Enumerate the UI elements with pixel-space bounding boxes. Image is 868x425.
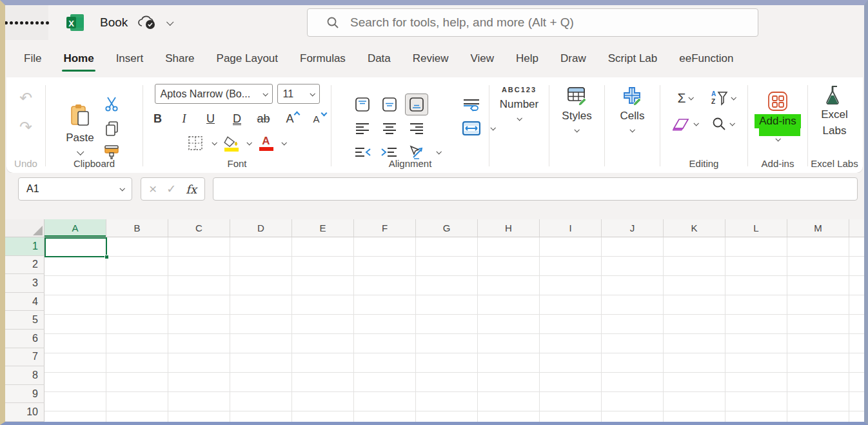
column-header-m[interactable]: M xyxy=(787,219,849,237)
autosum-button[interactable]: Σ xyxy=(667,85,704,111)
column-header-e[interactable]: E xyxy=(292,219,354,237)
wrap-text-button[interactable] xyxy=(460,94,482,115)
row-header-6[interactable]: 6 xyxy=(5,330,44,348)
select-all-button[interactable] xyxy=(5,219,44,237)
insert-function-icon[interactable]: fx xyxy=(186,183,197,196)
sort-filter-button[interactable]: A Z xyxy=(704,85,742,111)
tab-data[interactable]: Data xyxy=(357,40,402,77)
undo-button[interactable]: ↶ xyxy=(13,85,39,111)
fill-handle[interactable] xyxy=(104,255,109,259)
row-header-7[interactable]: 7 xyxy=(5,348,44,367)
cancel-icon[interactable]: × xyxy=(149,181,157,197)
tab-home[interactable]: Home xyxy=(52,40,104,77)
tab-review[interactable]: Review xyxy=(402,40,460,77)
tab-file[interactable]: File xyxy=(13,40,52,77)
selected-cell-a1[interactable] xyxy=(44,237,107,257)
number-format-button[interactable]: ABC 123 Number xyxy=(500,86,538,121)
column-header-h[interactable]: H xyxy=(478,219,540,237)
column-header-j[interactable]: J xyxy=(602,219,664,237)
column-header-i[interactable]: I xyxy=(540,219,602,237)
cut-button[interactable] xyxy=(101,94,123,114)
cells-area[interactable] xyxy=(44,237,864,422)
strikethrough-button[interactable]: ab xyxy=(252,108,276,129)
tab-eefunction[interactable]: eeFunction xyxy=(668,40,744,77)
tab-formulas[interactable]: Formulas xyxy=(289,40,357,77)
row-header-2[interactable]: 2 xyxy=(5,256,44,275)
column-header-b[interactable]: B xyxy=(106,219,168,237)
double-underline-button[interactable]: D xyxy=(225,108,250,129)
font-size-select[interactable]: 11 xyxy=(277,84,320,104)
styles-icon xyxy=(566,86,587,105)
copy-button[interactable] xyxy=(101,118,123,139)
align-left-button[interactable] xyxy=(351,117,374,139)
align-left-icon xyxy=(355,122,370,135)
tab-draw[interactable]: Draw xyxy=(549,40,597,77)
addins-button[interactable]: Add-ins xyxy=(755,83,801,141)
formula-input[interactable] xyxy=(220,184,851,195)
font-color-chevron-button[interactable] xyxy=(277,133,290,153)
align-top-button[interactable] xyxy=(351,94,374,115)
confirm-icon[interactable]: ✓ xyxy=(166,182,176,196)
fill-color-button[interactable] xyxy=(222,133,241,153)
align-bottom-button[interactable] xyxy=(405,94,428,115)
align-center-icon xyxy=(382,122,397,135)
row-header-5[interactable]: 5 xyxy=(5,311,44,330)
align-middle-button[interactable] xyxy=(378,94,401,115)
column-header-g[interactable]: G xyxy=(416,219,478,237)
formula-bar: A1 × ✓ fx xyxy=(5,173,864,205)
borders-button[interactable] xyxy=(184,133,206,153)
excel-labs-label-line2: Labs xyxy=(823,123,847,139)
row-header-3[interactable]: 3 xyxy=(5,274,44,293)
align-center-button[interactable] xyxy=(378,117,401,139)
ribbon: ↶ ↷ Undo Paste xyxy=(6,77,863,173)
search-bar[interactable] xyxy=(307,8,758,37)
bold-button[interactable]: B xyxy=(146,108,170,129)
decrease-font-size-button[interactable]: A xyxy=(304,108,329,129)
search-input[interactable] xyxy=(350,15,737,30)
tab-help[interactable]: Help xyxy=(505,40,549,77)
font-name-select[interactable]: Aptos Narrow (Bo... xyxy=(155,84,273,104)
title-chevron-down-icon[interactable] xyxy=(166,19,173,26)
tab-page-layout[interactable]: Page Layout xyxy=(206,40,289,77)
paste-button[interactable]: Paste xyxy=(66,103,94,155)
cells-button[interactable]: Cells xyxy=(620,86,645,132)
column-header-k[interactable]: K xyxy=(664,219,725,237)
tab-script-lab[interactable]: Script Lab xyxy=(597,40,669,77)
font-color-button[interactable]: A xyxy=(257,133,276,153)
formula-input-box[interactable] xyxy=(213,177,858,201)
clear-button[interactable] xyxy=(667,111,704,137)
tab-view[interactable]: View xyxy=(460,40,506,77)
borders-chevron-button[interactable] xyxy=(208,133,221,153)
underline-button[interactable]: U xyxy=(199,108,223,129)
document-title[interactable]: Book xyxy=(100,15,128,30)
row-header-10[interactable]: 10 xyxy=(5,403,44,422)
app-launcher-button[interactable] xyxy=(5,5,48,40)
name-box[interactable]: A1 xyxy=(18,177,132,201)
column-header-c[interactable]: C xyxy=(168,219,230,237)
column-header-a[interactable]: A xyxy=(44,219,106,237)
cloud-saved-icon[interactable] xyxy=(137,15,157,30)
row-header-9[interactable]: 9 xyxy=(5,385,44,404)
merge-center-button[interactable] xyxy=(460,117,482,139)
tab-insert[interactable]: Insert xyxy=(105,40,155,77)
row-header-4[interactable]: 4 xyxy=(5,293,44,311)
column-header-l[interactable]: L xyxy=(725,219,787,237)
123-text: 123 xyxy=(521,86,537,94)
styles-button[interactable]: Styles xyxy=(562,86,591,132)
row-header-1[interactable]: 1 xyxy=(5,237,44,256)
column-header-f[interactable]: F xyxy=(354,219,416,237)
increase-font-size-button[interactable]: A xyxy=(278,108,302,129)
italic-button[interactable]: I xyxy=(172,108,197,129)
column-header-partial[interactable] xyxy=(849,219,864,237)
fill-color-chevron-button[interactable] xyxy=(242,133,255,153)
tab-share[interactable]: Share xyxy=(154,40,205,77)
redo-button[interactable]: ↷ xyxy=(13,114,39,140)
find-select-button[interactable] xyxy=(704,111,742,137)
wrap-text-icon xyxy=(462,97,480,112)
group-styles: Styles xyxy=(549,77,604,173)
align-right-button[interactable] xyxy=(405,117,428,139)
column-header-d[interactable]: D xyxy=(230,219,292,237)
fill-color-bar xyxy=(224,148,239,152)
row-header-8[interactable]: 8 xyxy=(5,366,44,385)
excel-labs-button[interactable]: Excel Labs xyxy=(821,84,848,139)
